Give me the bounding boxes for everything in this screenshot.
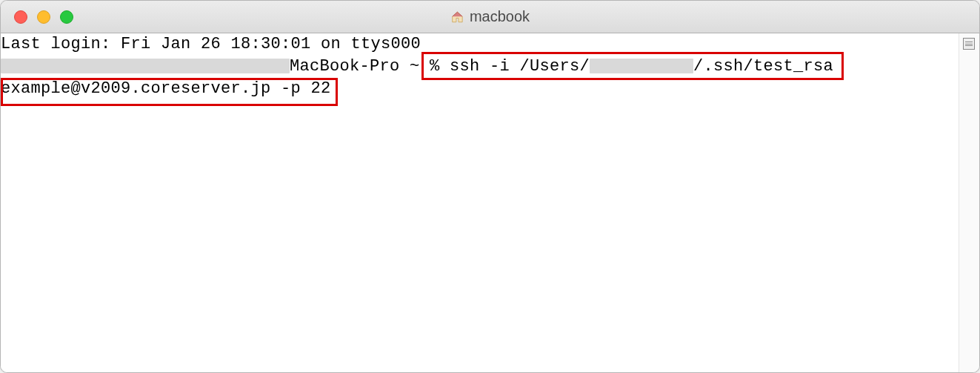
last-login-text: Last login: Fri Jan 26 18:30:01 on ttys0… [1,35,421,53]
prompt-text: MacBook-Pro ~ % [290,57,450,76]
scrollbar-gutter[interactable] [959,33,979,372]
last-login-line: Last login: Fri Jan 26 18:30:01 on ttys0… [1,33,421,56]
window-title: macbook [470,8,530,25]
home-icon [450,10,464,24]
ssh-command-part2: /.ssh/test_rsa [693,57,833,76]
redacted-hostname [1,59,290,73]
prompt-line: MacBook-Pro ~ % ssh -i /Users//.ssh/test… [1,56,833,78]
minimize-button[interactable] [37,10,50,24]
window-body: Last login: Fri Jan 26 18:30:01 on ttys0… [1,33,979,372]
terminal-window: macbook Last login: Fri Jan 26 18:30:01 … [0,0,980,373]
terminal-content[interactable]: Last login: Fri Jan 26 18:30:01 on ttys0… [1,33,959,372]
redacted-username [590,59,693,73]
ssh-command-line2: example@v2009.coreserver.jp -p 22 [1,78,331,100]
titlebar: macbook [1,1,979,33]
maximize-button[interactable] [60,10,73,24]
traffic-lights [1,10,73,24]
window-title-group: macbook [450,8,530,25]
ssh-target-text: example@v2009.coreserver.jp -p 22 [1,79,331,98]
ssh-command-part1: ssh -i /Users/ [450,57,590,76]
close-button[interactable] [14,10,27,24]
scroll-indicator-icon [963,38,975,50]
